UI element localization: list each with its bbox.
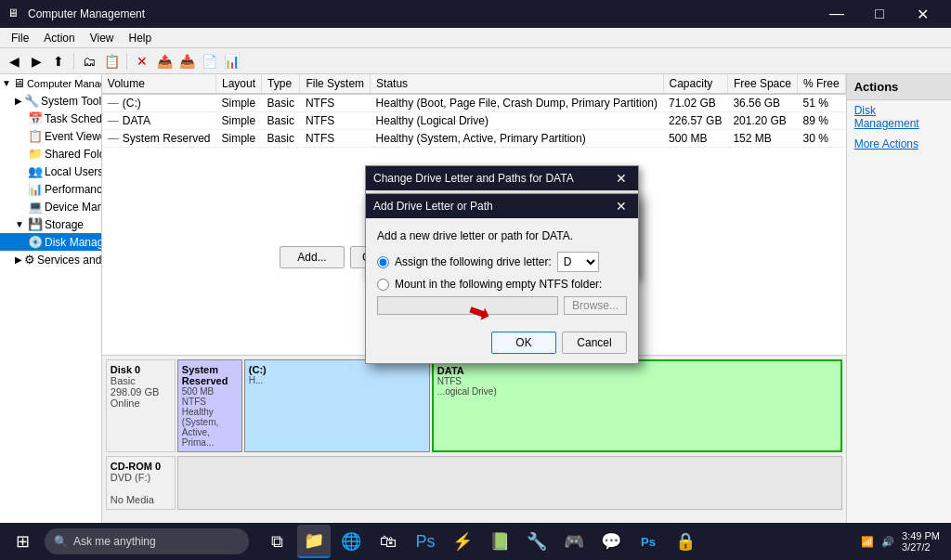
tree-item-storage[interactable]: ▼ 💾 Storage (0, 215, 101, 233)
radio-mount-row: Mount in the following empty NTFS folder… (377, 278, 627, 291)
cell-free: 201.20 GB (727, 112, 797, 130)
menu-help[interactable]: Help (122, 30, 160, 46)
close-button[interactable]: ✕ (901, 0, 944, 28)
browse-button[interactable]: Browse... (564, 296, 627, 315)
cell-type: Basic (262, 130, 300, 148)
add-drive-close[interactable]: ✕ (612, 199, 631, 214)
cell-capacity: 226.57 GB (663, 112, 727, 130)
cell-status: Healthy (System, Active, Primary Partiti… (371, 130, 663, 148)
cdrom-0-label: CD-ROM 0 DVD (F:)No Media (106, 456, 176, 510)
toolbar-btn4[interactable]: 📊 (221, 51, 241, 72)
partition-data[interactable]: DATA NTFS ...ogical Drive) (432, 359, 842, 452)
cell-status: Healthy (Boot, Page File, Crash Dump, Pr… (371, 94, 663, 112)
taskbar-store[interactable]: 🛍 (371, 525, 405, 558)
cell-free: 152 MB (727, 130, 797, 148)
menu-view[interactable]: View (83, 30, 122, 46)
add-drive-letter-dialog: Add Drive Letter or Path ✕ Add a new dri… (365, 193, 639, 364)
col-type: Type (262, 74, 300, 94)
start-button[interactable]: ⊞ (4, 525, 41, 558)
tree-item-computer-management[interactable]: ▼ 🖥 Computer Management (Local (0, 74, 101, 92)
add-drive-description: Add a new drive letter or path for DATA. (377, 229, 627, 242)
radio-assign-row: Assign the following drive letter: DEFG (377, 252, 627, 272)
partition-c[interactable]: (C:) H... (244, 359, 430, 452)
left-panel: ▼ 🖥 Computer Management (Local ▶ 🔧 Syste… (0, 74, 102, 541)
window-controls: — □ ✕ (815, 0, 944, 28)
table-row[interactable]: —System Reserved Simple Basic NTFS Healt… (102, 130, 845, 148)
add-drive-body: Add a new drive letter or path for DATA.… (366, 218, 638, 326)
taskbar-task-view[interactable]: ⧉ (260, 525, 293, 558)
change-drive-close[interactable]: ✕ (612, 171, 631, 186)
cell-type: Basic (262, 112, 300, 130)
tree-item-shared-folders[interactable]: 📁 Shared Folders (0, 145, 101, 163)
tree-item-system-tools[interactable]: ▶ 🔧 System Tools (0, 92, 101, 110)
radio-assign[interactable] (377, 256, 389, 268)
tree-item-device-manager[interactable]: 💻 Device Manager (0, 198, 101, 215)
taskbar-photoshop[interactable]: Ps (409, 525, 442, 558)
disk-0-label: Disk 0 Basic298.09 GBOnline (106, 359, 176, 452)
taskbar: ⊞ 🔍 Ask me anything ⧉ 📁 🌐 🛍 Ps ⚡ 📗 🔧 🎮 💬… (0, 523, 951, 560)
toolbar-btn2[interactable]: 📥 (176, 51, 197, 72)
toolbar-btn1[interactable]: 📤 (154, 51, 175, 72)
menu-bar: File Action View Help (0, 28, 951, 48)
toolbar-properties[interactable]: 📋 (101, 51, 122, 72)
radio-mount[interactable] (377, 279, 389, 291)
btn-cancel-fg[interactable]: Cancel (562, 332, 627, 354)
title-bar: 🖥 Computer Management — □ ✕ (0, 0, 951, 28)
tree-item-performance[interactable]: 📊 Performance (0, 180, 101, 198)
table-row[interactable]: —(C:) Simple Basic NTFS Healthy (Boot, P… (102, 94, 845, 112)
cell-fs: NTFS (300, 112, 371, 130)
minimize-button[interactable]: — (815, 0, 858, 28)
taskbar-search[interactable]: 🔍 Ask me anything (45, 528, 249, 554)
toolbar-show-hide[interactable]: 🗂 (79, 51, 99, 72)
toolbar: ◀ ▶ ⬆ 🗂 📋 ✕ 📤 📥 📄 📊 (0, 48, 951, 74)
taskbar-icon5[interactable]: ⚡ (446, 525, 479, 558)
cell-capacity: 71.02 GB (663, 94, 727, 112)
taskbar-clock: 3:49 PM 3/27/2 (902, 530, 940, 553)
menu-file[interactable]: File (4, 30, 36, 46)
btn-ok-fg[interactable]: OK (491, 332, 556, 354)
toolbar-btn3[interactable]: 📄 (199, 51, 219, 72)
toolbar-back[interactable]: ◀ (4, 51, 24, 72)
tree-item-local-users[interactable]: 👥 Local Users and Groups (0, 163, 101, 180)
taskbar-icons: ⧉ 📁 🌐 🛍 Ps ⚡ 📗 🔧 🎮 💬 Ps 🔒 (260, 525, 702, 558)
taskbar-icon7[interactable]: 🔧 (520, 525, 554, 558)
menu-action[interactable]: Action (36, 30, 82, 46)
col-volume: Volume (102, 74, 216, 94)
taskbar-edge[interactable]: 🌐 (334, 525, 368, 558)
maximize-button[interactable]: □ (858, 0, 901, 28)
taskbar-icon6[interactable]: 📗 (483, 525, 516, 558)
tree-item-disk-management[interactable]: 💿 Disk Management (0, 233, 101, 251)
taskbar-icon10[interactable]: 🔒 (669, 525, 702, 558)
action-more-actions[interactable]: More Actions (847, 134, 951, 154)
cdrom-0-partitions (177, 456, 842, 510)
col-status: Status (371, 74, 663, 94)
cell-type: Basic (262, 94, 300, 112)
taskbar-icon8[interactable]: 🎮 (557, 525, 591, 558)
toolbar-refresh[interactable]: ✕ (132, 51, 152, 72)
disk-table: Volume Layout Type File System Status Ca… (102, 74, 846, 148)
tree-item-task-scheduler[interactable]: 📅 Task Scheduler (0, 110, 101, 127)
table-row[interactable]: —DATA Simple Basic NTFS Healthy (Logical… (102, 112, 845, 130)
taskbar-ps2[interactable]: Ps (632, 525, 665, 558)
toolbar-up[interactable]: ⬆ (48, 51, 69, 72)
drive-letter-select[interactable]: DEFG (557, 252, 599, 272)
cell-volume: —(C:) (102, 94, 216, 112)
btn-add[interactable]: Add... (280, 246, 345, 268)
col-fs: File System (300, 74, 371, 94)
col-free: Free Space (727, 74, 797, 94)
tree-item-services[interactable]: ▶ ⚙ Services and Applications (0, 251, 101, 268)
toolbar-forward[interactable]: ▶ (26, 51, 46, 72)
tree-item-event-viewer[interactable]: 📋 Event Viewer (0, 127, 101, 145)
actions-panel: Actions Disk Management More Actions (846, 74, 951, 541)
cell-fs: NTFS (300, 130, 371, 148)
partition-sysreserved[interactable]: System Reserved 500 MB NTFS Healthy (Sys… (177, 359, 242, 452)
cell-pct: 51 % (797, 94, 845, 112)
cell-layout: Simple (216, 130, 262, 148)
action-disk-management[interactable]: Disk Management (847, 100, 951, 134)
taskbar-file-explorer[interactable]: 📁 (297, 525, 331, 558)
col-pct: % Free (797, 74, 845, 94)
taskbar-skype[interactable]: 💬 (594, 525, 628, 558)
mount-path-input[interactable] (377, 296, 558, 315)
disk-0-row: Disk 0 Basic298.09 GBOnline System Reser… (106, 359, 842, 452)
radio-mount-label: Mount in the following empty NTFS folder… (395, 278, 602, 291)
